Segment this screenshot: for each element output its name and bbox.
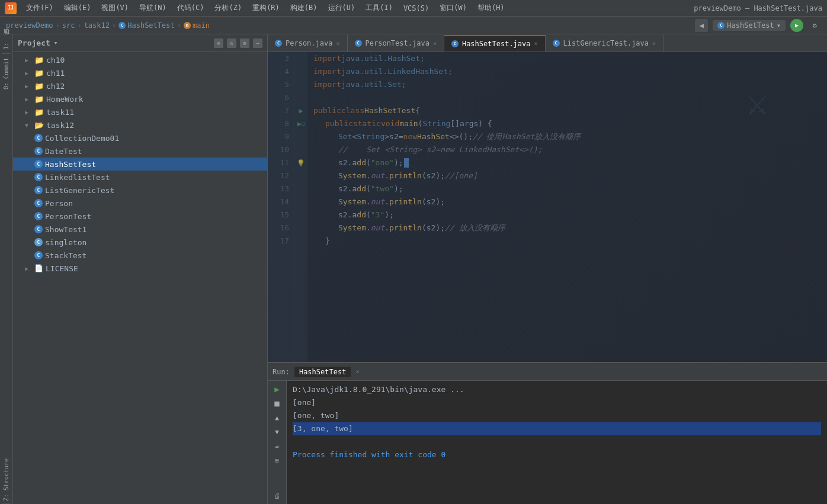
gutter-11-bulb[interactable]: 💡 <box>294 156 307 169</box>
tree-item-listgenerictest[interactable]: C ListGenericTest <box>13 184 267 197</box>
tree-item-hashsettest[interactable]: C HashSetTest <box>13 158 267 171</box>
menu-code[interactable]: 代码(C) <box>172 2 209 14</box>
menu-refactor[interactable]: 重构(R) <box>248 2 284 14</box>
run-wrap-button[interactable]: ⇌ <box>271 440 283 452</box>
class-hashset-new: HashSet <box>417 130 450 143</box>
tree-item-homework[interactable]: ▶ 📁 HomeWork <box>13 92 267 105</box>
locate-file-button[interactable]: ⊙ <box>214 38 223 48</box>
code-editor[interactable]: ⚔ 3 4 5 6 7 8 9 10 11 12 13 14 15 16 17 <box>268 52 827 362</box>
run-main-arrow[interactable]: ▶ <box>297 120 302 128</box>
ch12-arrow: ▶ <box>25 83 32 89</box>
tree-item-linkedlisttest[interactable]: C LinkedlistTest <box>13 171 267 184</box>
output-line-3-highlighted: [3, one, two] <box>293 422 821 435</box>
run-stop-button[interactable]: ■ <box>271 397 283 409</box>
project-settings-button[interactable]: ⚙ <box>240 38 249 48</box>
run-tab-name[interactable]: HashSetTest <box>294 367 351 377</box>
tab-person-java[interactable]: C Person.java × <box>268 35 348 52</box>
homework-arrow: ▶ <box>25 96 32 102</box>
menu-view[interactable]: 视图(V) <box>97 2 133 14</box>
class-hashsettest: HashSetTest <box>364 104 415 117</box>
code-line-3: import java.util.HashSet; <box>307 52 827 65</box>
breadcrumb-src[interactable]: src <box>62 21 75 30</box>
tree-item-ch12[interactable]: ▶ 📁 ch12 <box>13 79 267 92</box>
run-config-icon: C <box>717 22 725 29</box>
menu-run[interactable]: 运行(U) <box>323 2 360 14</box>
gutter-5 <box>294 78 307 91</box>
run-filter-button[interactable]: ⊞ <box>271 454 283 466</box>
menu-file[interactable]: 文件(F) <box>21 2 58 14</box>
breadcrumb-project[interactable]: previewDemo <box>6 21 53 30</box>
tab-hashsettest-close[interactable]: × <box>534 40 538 47</box>
str-one: "one" <box>371 156 394 169</box>
run-scroll-up-button[interactable]: ▲ <box>271 412 283 423</box>
back-button[interactable]: ◀ <box>695 19 708 32</box>
breadcrumb-method[interactable]: main <box>193 21 210 30</box>
tree-item-person[interactable]: C Person <box>13 197 267 210</box>
run-tab-close[interactable]: × <box>355 368 359 375</box>
tree-item-datetest[interactable]: C DateTest <box>13 145 267 158</box>
tab-listgenerictest-close[interactable]: × <box>652 40 656 47</box>
gutter-8-run[interactable]: ▶ ⊟ <box>294 117 307 130</box>
window-title: previewDemo – HashSetTest.java <box>694 4 822 12</box>
run-scroll-down-button[interactable]: ▼ <box>271 426 283 438</box>
lightbulb-icon[interactable]: 💡 <box>297 159 305 167</box>
run-button[interactable]: ▶ <box>790 19 803 32</box>
project-panel-dropdown[interactable]: ▾ <box>54 39 58 47</box>
tab-hashsettest-java[interactable]: C HashSetTest.java × <box>444 35 546 52</box>
menu-help[interactable]: 帮助(H) <box>473 2 509 14</box>
settings-button[interactable]: ⚙ <box>808 19 821 32</box>
tab-person-close[interactable]: × <box>336 40 339 47</box>
expand-all-button[interactable]: ⇅ <box>227 38 236 48</box>
gutter-13 <box>294 182 307 195</box>
tree-item-collectiondemo01[interactable]: C CollectionDemo01 <box>13 131 267 145</box>
paren-13a: ( <box>366 182 371 195</box>
code-content[interactable]: import java.util.HashSet; import java.ut… <box>307 52 827 362</box>
homework-folder-icon: 📁 <box>34 95 44 104</box>
kw-void-8: void <box>381 117 399 130</box>
menu-vcs[interactable]: VCS(S) <box>399 3 434 14</box>
menu-navigate[interactable]: 导航(N) <box>134 2 171 14</box>
menu-tools[interactable]: 工具(I) <box>361 2 398 14</box>
menu-build[interactable]: 构建(B) <box>286 2 322 14</box>
ch12-label: ch12 <box>46 82 65 91</box>
run-print-button[interactable]: 🖨 <box>271 490 283 502</box>
tree-item-license[interactable]: ▶ 📄 LICENSE <box>13 262 267 275</box>
run-play-button[interactable]: ▶ <box>271 383 283 395</box>
tree-item-ch11[interactable]: ▶ 📁 ch11 <box>13 66 267 79</box>
project-hide-button[interactable]: − <box>253 38 262 48</box>
gutter-7-run[interactable]: ▶ <box>294 104 307 117</box>
menu-window[interactable]: 窗口(W) <box>435 2 472 14</box>
tree-item-task12[interactable]: ▼ 📂 task12 <box>13 118 267 131</box>
kw-class-7: class <box>341 104 364 117</box>
tree-item-showtest1[interactable]: C ShowTest1 <box>13 223 267 236</box>
breadcrumb-task[interactable]: task12 <box>84 21 110 30</box>
vtab-commit[interactable]: 0: Commit <box>2 55 11 92</box>
menu-edit[interactable]: 编辑(E) <box>59 2 96 14</box>
tree-item-persontest[interactable]: C PersonTest <box>13 210 267 223</box>
hashsettest-label: HashSetTest <box>45 160 96 169</box>
tab-listgenerictest-java[interactable]: C ListGenericTest.java × <box>546 35 664 52</box>
code-line-9: Set < String > s2 = new HashSet <>(); //… <box>307 130 827 143</box>
tree-item-stacktest[interactable]: C StackTest <box>13 249 267 262</box>
menu-analyze[interactable]: 分析(Z) <box>210 2 246 14</box>
run-config-selector[interactable]: C HashSetTest ▾ <box>713 20 786 31</box>
code-line-14: System . out . println (s2); <box>307 195 827 208</box>
code-line-11: s2 . add ( "one" ); <box>307 156 827 169</box>
breadcrumb-class-wrapper: C HashSetTest <box>118 21 174 30</box>
comment-16: // 放入没有顺序 <box>445 221 505 235</box>
vtab-project[interactable]: 1: 项目 <box>1 37 12 52</box>
tab-persontest-java[interactable]: C PersonTest.java × <box>348 35 444 52</box>
tree-item-task11[interactable]: ▶ 📁 task11 <box>13 105 267 118</box>
tab-persontest-close[interactable]: × <box>433 40 437 47</box>
tree-item-ch10[interactable]: ▶ 📁 ch10 <box>13 53 267 66</box>
breadcrumb-class[interactable]: HashSetTest <box>127 21 174 30</box>
tree-item-singleton[interactable]: C singleton <box>13 236 267 249</box>
paren-close-8: ) { <box>478 117 492 130</box>
collectiondemo01-icon: C <box>34 134 43 142</box>
breadcrumb-bar: previewDemo › src › task12 › C HashSetTe… <box>0 17 827 34</box>
run-class-arrow[interactable]: ▶ <box>299 107 303 115</box>
fold-arrow-8[interactable]: ⊟ <box>302 121 304 127</box>
datetest-icon: C <box>34 147 43 155</box>
vtab-structure[interactable]: Z: Structure <box>2 456 11 504</box>
import-hashset: java.util.HashSet; <box>341 52 425 65</box>
